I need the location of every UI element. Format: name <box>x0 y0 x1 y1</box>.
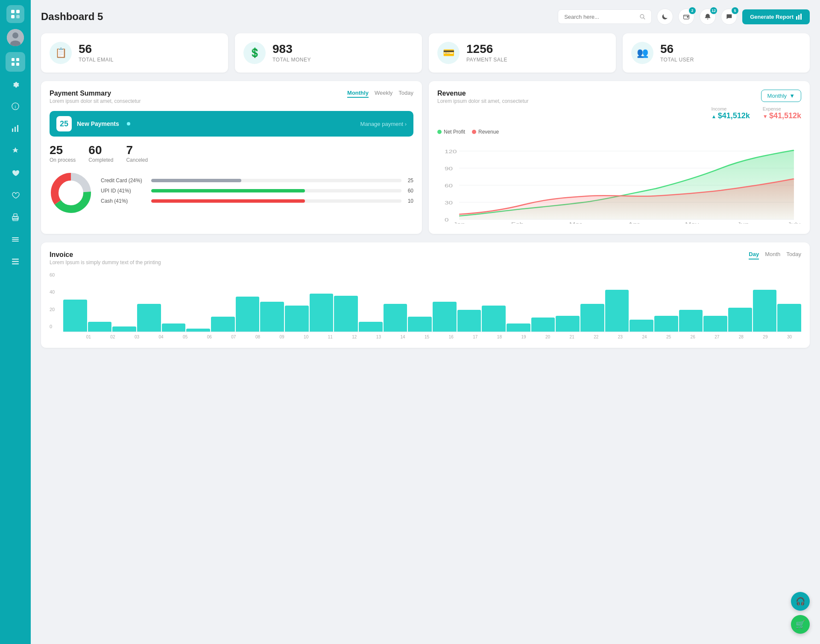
bar[interactable] <box>211 317 235 332</box>
bar[interactable] <box>186 329 210 332</box>
bar[interactable] <box>728 308 752 332</box>
bar-y-label: 20 <box>50 307 62 312</box>
bar[interactable] <box>531 318 555 332</box>
bar[interactable] <box>654 316 678 332</box>
payment-methods: Credit Card (24%) 25 UPI ID (41%) 60 Cas… <box>50 172 413 214</box>
method-count: 25 <box>405 178 413 184</box>
svg-point-5 <box>12 32 18 38</box>
bar[interactable] <box>457 310 481 332</box>
bar[interactable] <box>162 323 186 332</box>
invoice-subtitle: Lorem Ipsum is simply dummy text of the … <box>50 259 161 265</box>
svg-rect-2 <box>11 15 15 18</box>
svg-text:Mar: Mar <box>569 222 582 224</box>
bar[interactable] <box>753 290 777 332</box>
bar[interactable] <box>260 302 284 332</box>
bar[interactable] <box>679 310 703 332</box>
invoice-section: Invoice Lorem Ipsum is simply dummy text… <box>41 242 810 348</box>
stat-label: TOTAL USER <box>660 57 694 63</box>
revenue-legend: Net ProfitRevenue <box>437 129 801 135</box>
cart-fab[interactable]: 🛒 <box>791 615 810 634</box>
bar[interactable] <box>112 326 136 332</box>
income-value: ▲ $41,512k <box>711 111 750 120</box>
payment-summary-title: Payment Summary <box>50 90 141 97</box>
bar[interactable] <box>703 316 727 332</box>
bar[interactable] <box>433 302 457 332</box>
svg-rect-24 <box>12 261 19 262</box>
svg-text:May: May <box>685 222 699 224</box>
payment-tab-weekly[interactable]: Weekly <box>375 90 392 98</box>
payment-tab-monthly[interactable]: Monthly <box>347 90 369 98</box>
bell-button[interactable]: 12 <box>700 9 716 25</box>
sidebar-item-printer[interactable] <box>6 207 25 227</box>
revenue-dropdown[interactable]: Monthly ▼ <box>761 90 801 102</box>
svg-rect-31 <box>798 15 800 20</box>
bar[interactable] <box>236 297 260 332</box>
new-payments-label: New Payments <box>77 120 119 127</box>
middle-row: Payment Summary Lorem ipsum dolor sit am… <box>41 81 810 234</box>
bar-chart-container: 0204060 01020304050607080910111213141516… <box>50 272 801 339</box>
bar[interactable] <box>359 322 383 332</box>
wallet-notification-button[interactable]: 2 <box>678 9 694 25</box>
sidebar-item-dashboard[interactable] <box>6 52 25 72</box>
sidebar-item-list[interactable] <box>6 252 25 271</box>
chat-button[interactable]: 5 <box>721 9 737 25</box>
svg-rect-23 <box>12 259 19 260</box>
bar[interactable] <box>605 290 629 332</box>
trio-item: 25On process <box>50 143 76 163</box>
svg-rect-20 <box>12 237 19 238</box>
dark-mode-button[interactable] <box>657 9 673 25</box>
search-input[interactable] <box>564 14 636 20</box>
svg-text:Feb: Feb <box>511 222 524 224</box>
stat-card: 💳 1256 PAYMENT SALE <box>429 33 616 73</box>
svg-text:July: July <box>788 222 800 224</box>
svg-text:120: 120 <box>445 149 457 154</box>
bar[interactable] <box>408 317 432 332</box>
sidebar-logo[interactable] <box>6 5 24 23</box>
bar[interactable] <box>777 304 801 332</box>
bar[interactable] <box>285 306 309 332</box>
wallet-icon <box>683 13 690 20</box>
bar[interactable] <box>556 316 580 332</box>
bar[interactable] <box>137 304 161 332</box>
sidebar-item-info[interactable]: i <box>6 96 25 116</box>
new-payments-count: 25 <box>56 116 72 131</box>
method-count: 60 <box>405 188 413 194</box>
bar[interactable] <box>580 304 604 332</box>
sidebar-item-analytics[interactable] <box>6 119 25 138</box>
manage-payment-link[interactable]: Manage payment › <box>360 121 407 127</box>
bar[interactable] <box>507 323 530 332</box>
revenue-subtitle: Lorem ipsum dolor sit amet, consectetur <box>437 98 528 104</box>
invoice-tab-month[interactable]: Month <box>765 251 780 259</box>
sidebar-item-star[interactable] <box>6 141 25 160</box>
bar-x-label: 21 <box>560 335 584 339</box>
bar-x-label: 26 <box>681 335 705 339</box>
invoice-tabs: DayMonthToday <box>749 251 801 259</box>
svg-rect-7 <box>12 58 15 61</box>
invoice-tab-day[interactable]: Day <box>749 251 759 259</box>
svg-text:Jun: Jun <box>737 222 749 224</box>
bar[interactable] <box>310 294 334 332</box>
bar[interactable] <box>334 296 358 332</box>
bar[interactable] <box>482 306 506 332</box>
headphone-icon: 🎧 <box>796 597 805 606</box>
method-row: UPI ID (41%) 60 <box>101 188 413 194</box>
bar-x-label: 23 <box>609 335 632 339</box>
bar[interactable] <box>384 304 407 332</box>
sidebar-item-heart[interactable] <box>6 163 25 183</box>
invoice-header: Invoice Lorem Ipsum is simply dummy text… <box>50 251 801 265</box>
sidebar-item-settings[interactable] <box>6 74 25 94</box>
sidebar-item-menu[interactable] <box>6 230 25 249</box>
payment-tab-today[interactable]: Today <box>398 90 413 98</box>
invoice-tab-today[interactable]: Today <box>786 251 801 259</box>
support-fab[interactable]: 🎧 <box>791 592 810 611</box>
bar[interactable] <box>630 320 653 332</box>
generate-report-button[interactable]: Generate Report <box>742 9 810 24</box>
bar[interactable] <box>88 322 112 332</box>
method-bar-fill <box>151 199 305 203</box>
trio-number: 25 <box>50 143 76 157</box>
sidebar-item-saved[interactable] <box>6 185 25 205</box>
svg-rect-9 <box>12 63 15 66</box>
svg-rect-13 <box>12 128 13 132</box>
user-avatar[interactable] <box>7 29 24 46</box>
bar[interactable] <box>63 300 87 332</box>
